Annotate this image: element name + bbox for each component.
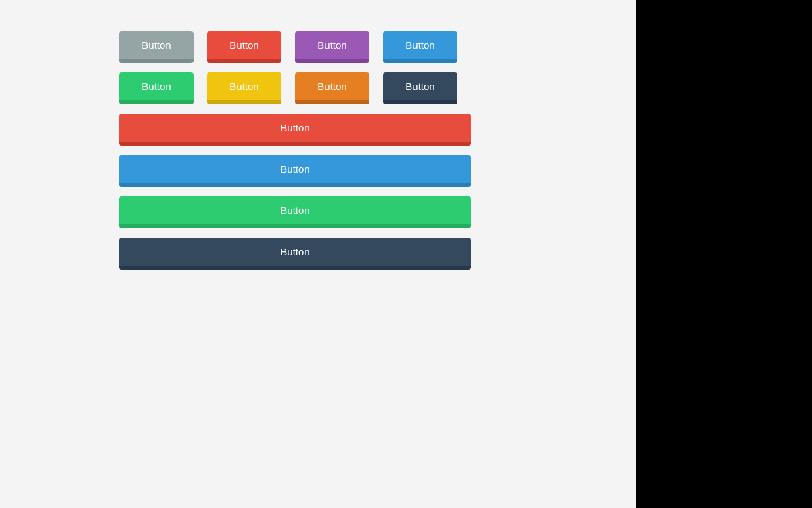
button-dark[interactable]: Button — [383, 72, 457, 104]
button-label: Button — [405, 39, 434, 51]
button-blue[interactable]: Button — [383, 31, 457, 63]
button-showcase: Button Button Button Button Button Butto… — [119, 31, 471, 270]
button-label: Button — [280, 122, 309, 133]
button-label: Button — [280, 205, 309, 216]
button-grid: Button Button Button Button Button Butto… — [119, 31, 471, 104]
button-gray[interactable]: Button — [119, 31, 194, 63]
button-label: Button — [141, 81, 171, 92]
button-label: Button — [280, 246, 309, 257]
block-button-dark[interactable]: Button — [119, 238, 471, 270]
button-label: Button — [229, 81, 258, 92]
button-yellow[interactable]: Button — [207, 72, 281, 104]
button-green[interactable]: Button — [119, 72, 194, 104]
button-label: Button — [317, 39, 346, 51]
block-button-red[interactable]: Button — [119, 114, 471, 146]
button-orange[interactable]: Button — [295, 72, 369, 104]
button-red[interactable]: Button — [207, 31, 281, 63]
button-label: Button — [280, 163, 309, 175]
button-purple[interactable]: Button — [295, 31, 369, 63]
button-label: Button — [141, 39, 171, 51]
block-button-green[interactable]: Button — [119, 196, 471, 228]
button-label: Button — [405, 81, 434, 92]
main-panel: Button Button Button Button Button Butto… — [0, 0, 636, 508]
block-button-blue[interactable]: Button — [119, 155, 471, 187]
button-label: Button — [317, 81, 346, 92]
side-panel — [636, 0, 812, 508]
button-label: Button — [229, 39, 258, 51]
